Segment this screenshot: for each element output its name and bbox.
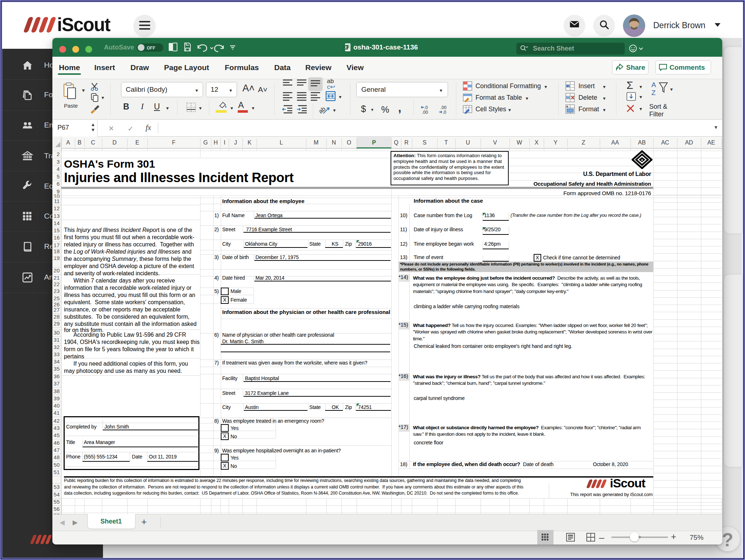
- svg-text:.0: .0: [424, 105, 428, 110]
- svg-text:★: ★: [641, 158, 643, 162]
- svg-text:X: X: [345, 46, 347, 49]
- svg-text:Z: Z: [651, 89, 656, 96]
- svg-text:.00: .00: [440, 105, 447, 110]
- svg-text:A: A: [651, 81, 656, 89]
- svg-text:ab: ab: [319, 105, 327, 115]
- svg-text:.00: .00: [422, 110, 428, 115]
- svg-text:.0: .0: [443, 110, 446, 115]
